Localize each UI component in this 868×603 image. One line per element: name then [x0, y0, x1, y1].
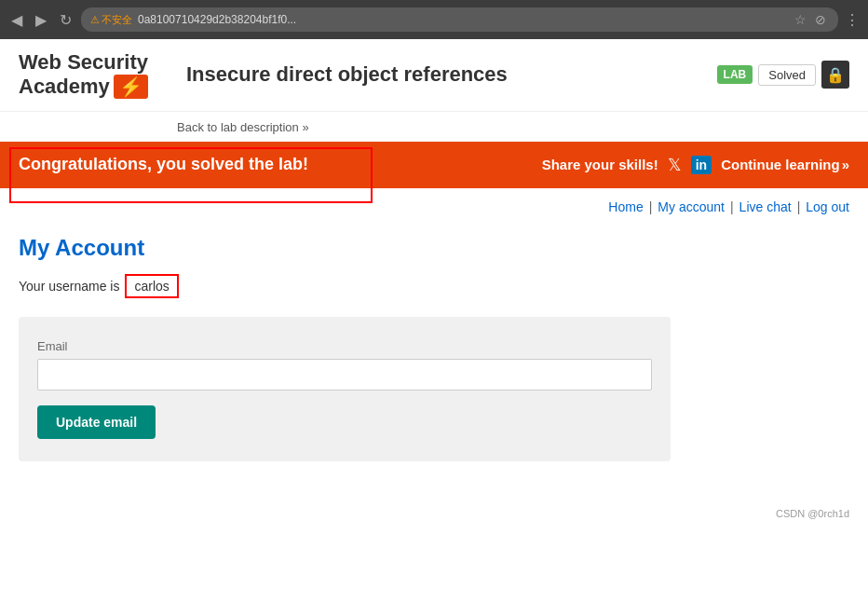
twitter-icon[interactable]: 𝕏 — [668, 155, 682, 175]
address-text: 0a8100710429d2b38204bf1f0... — [138, 13, 786, 26]
share-section: Share your skills! 𝕏 in Continue learnin… — [542, 155, 849, 175]
congrats-text: Congratulations, you solved the lab! — [19, 155, 542, 174]
email-input[interactable] — [37, 359, 652, 391]
logo-text-line1: Web Security — [19, 50, 148, 74]
nav-sep-3: | — [797, 199, 801, 214]
back-link-bar: Back to lab description » — [0, 112, 868, 142]
email-form-section: Email Update email — [19, 317, 671, 461]
linkedin-icon[interactable]: in — [691, 156, 712, 174]
site-header: Web Security Academy⚡ Insecure direct ob… — [0, 39, 868, 112]
continue-arrow: » — [842, 157, 849, 172]
back-nav-btn[interactable]: ◀ — [7, 7, 26, 33]
star-icon[interactable]: ☆ — [792, 11, 808, 28]
account-title: My Account — [19, 235, 849, 261]
burglar-icon: 🔒 — [821, 61, 849, 89]
email-label: Email — [37, 339, 652, 353]
logo-icon: ⚡ — [114, 75, 148, 99]
share-label: Share your skills! — [542, 157, 658, 172]
block-icon: ⊘ — [812, 11, 829, 28]
forward-nav-btn[interactable]: ▶ — [32, 7, 50, 33]
reload-nav-btn[interactable]: ↻ — [56, 7, 75, 33]
header-right: Insecure direct object references LAB So… — [186, 61, 849, 89]
address-bar[interactable]: ⚠ 不安全 0a8100710429d2b38204bf1f0... ☆ ⊘ — [81, 7, 838, 32]
browser-icon-group: ☆ ⊘ — [792, 11, 829, 28]
logo-text-line2: Academy — [19, 75, 110, 98]
insecure-badge: ⚠ 不安全 — [90, 13, 132, 27]
live-chat-nav-link[interactable]: Live chat — [739, 199, 792, 214]
back-link-label: Back to lab description — [177, 120, 299, 134]
update-email-button[interactable]: Update email — [37, 405, 156, 439]
logo-container: Web Security Academy⚡ — [19, 50, 168, 100]
nav-links-bar: Home | My account | Live chat | Log out — [0, 188, 868, 226]
nav-sep-1: | — [649, 199, 653, 214]
username-prefix: Your username is — [19, 279, 119, 294]
solved-badge: Solved — [758, 64, 816, 86]
username-value: carlos — [125, 274, 178, 298]
lab-status-area: LAB Solved 🔒 — [717, 61, 849, 89]
page-wrapper: Web Security Academy⚡ Insecure direct ob… — [0, 39, 868, 528]
watermark-text: CSDN @0rch1d — [776, 508, 849, 519]
congrats-banner: Congratulations, you solved the lab! Sha… — [0, 142, 868, 188]
menu-icon[interactable]: ⋮ — [844, 11, 861, 28]
home-nav-link[interactable]: Home — [608, 199, 643, 214]
nav-sep-2: | — [730, 199, 734, 214]
continue-learning-link[interactable]: Continue learning » — [721, 157, 849, 172]
back-to-lab-link[interactable]: Back to lab description » — [177, 120, 309, 134]
back-link-arrow: » — [302, 120, 308, 134]
log-out-nav-link[interactable]: Log out — [806, 199, 849, 214]
logo-text: Web Security Academy⚡ — [19, 50, 148, 100]
account-content: My Account Your username is carlos Email… — [0, 226, 868, 499]
watermark: CSDN @0rch1d — [0, 499, 868, 528]
my-account-nav-link[interactable]: My account — [658, 199, 725, 214]
lab-badge: LAB — [717, 65, 753, 84]
browser-chrome: ◀ ▶ ↻ ⚠ 不安全 0a8100710429d2b38204bf1f0...… — [0, 0, 868, 39]
username-row: Your username is carlos — [19, 274, 849, 298]
lab-title: Insecure direct object references — [186, 62, 508, 87]
continue-label: Continue learning — [721, 157, 840, 172]
